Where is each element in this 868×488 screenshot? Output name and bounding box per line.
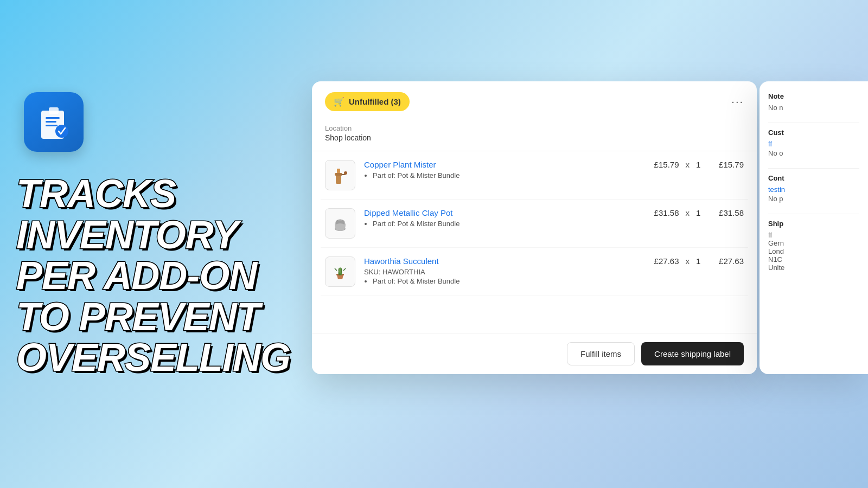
price-qty: 1 [696, 160, 707, 169]
price-total: £31.58 [713, 208, 744, 217]
notes-title: Note [768, 92, 859, 100]
svg-rect-4 [46, 125, 58, 126]
product-bundle: Part of: Pot & Mister Bundle [373, 220, 640, 228]
customer-title: Cust [768, 129, 859, 137]
svg-rect-10 [337, 169, 340, 173]
product-name[interactable]: Dipped Metallic Clay Pot [364, 208, 640, 217]
notes-value: No n [768, 104, 859, 112]
svg-rect-6 [336, 175, 341, 184]
fulfill-items-button[interactable]: Fulfill items [567, 342, 635, 365]
order-card: 🛒 Unfulfilled (3) ··· Location Shop loca… [312, 81, 757, 374]
badge-label: Unfulfilled (3) [349, 97, 401, 106]
product-pricing: £27.63 x 1 £27.63 [649, 256, 744, 266]
location-value: Shop location [325, 133, 744, 142]
svg-rect-2 [46, 117, 60, 119]
more-options-button[interactable]: ··· [731, 95, 744, 108]
contact-section: Cont testin No p [768, 174, 859, 203]
product-info: Copper Plant Mister Part of: Pot & Miste… [364, 160, 640, 179]
svg-line-16 [335, 268, 337, 271]
hero-text: TRACKS INVENTORY PER ADD-ON TO PREVENT O… [16, 174, 304, 378]
price-total: £15.79 [713, 160, 744, 169]
price-unit: £27.63 [649, 256, 679, 266]
price-unit: £31.58 [649, 208, 679, 217]
price-total: £27.63 [713, 256, 744, 266]
hero-line4: TO PREVENT [16, 295, 260, 338]
price-multiplier: x [686, 160, 690, 169]
svg-point-9 [344, 171, 347, 175]
contact-note: No p [768, 195, 859, 203]
panel-divider [768, 123, 859, 123]
hero-line1: TRACKS [16, 172, 176, 215]
price-multiplier: x [686, 256, 690, 266]
customer-link[interactable]: ff [768, 140, 859, 148]
product-bundle: Part of: Pot & Mister Bundle [373, 171, 640, 179]
location-section: Location Shop location [312, 122, 757, 151]
product-pricing: £31.58 x 1 £31.58 [649, 208, 744, 217]
price-multiplier: x [686, 208, 690, 217]
shipping-postal: N1C [768, 255, 859, 264]
shipping-region: Unite [768, 264, 859, 272]
price-qty: 1 [696, 208, 707, 217]
svg-point-15 [339, 267, 341, 274]
svg-rect-7 [335, 173, 342, 176]
shipping-city: Lond [768, 247, 859, 255]
shipping-section: Ship ff Gern Lond N1C Unite [768, 220, 859, 272]
price-qty: 1 [696, 256, 707, 266]
unfulfilled-badge: 🛒 Unfulfilled (3) [325, 92, 410, 111]
product-thumbnail [325, 208, 355, 239]
notes-section: Note No n [768, 92, 859, 112]
customer-section: Cust ff No o [768, 129, 859, 157]
customer-note: No o [768, 149, 859, 157]
panel-divider [768, 214, 859, 214]
svg-rect-1 [49, 107, 59, 114]
product-info: Haworthia Succulent SKU: HAWORTHIA Part … [364, 256, 640, 285]
location-label: Location [325, 124, 744, 132]
svg-line-17 [343, 268, 346, 271]
product-sku: SKU: HAWORTHIA [364, 268, 640, 276]
panel-divider [768, 168, 859, 169]
contact-title: Cont [768, 174, 859, 182]
product-item: Copper Plant Mister Part of: Pot & Miste… [321, 151, 748, 200]
price-unit: £15.79 [649, 160, 679, 169]
product-item: Haworthia Succulent SKU: HAWORTHIA Part … [321, 248, 748, 296]
product-thumbnail [325, 160, 355, 190]
hero-line2: INVENTORY [16, 213, 238, 256]
product-pricing: £15.79 x 1 £15.79 [649, 160, 744, 169]
product-item: Dipped Metallic Clay Pot Part of: Pot & … [321, 200, 748, 248]
badge-icon: 🛒 [334, 97, 344, 107]
hero-line3: PER ADD-ON [16, 254, 257, 297]
product-name[interactable]: Haworthia Succulent [364, 256, 640, 266]
create-shipping-label-button[interactable]: Create shipping label [641, 342, 744, 365]
product-thumbnail [325, 256, 355, 287]
product-info: Dipped Metallic Clay Pot Part of: Pot & … [364, 208, 640, 228]
hero-line5: OVERSELLING [16, 336, 290, 379]
shipping-name: ff [768, 231, 859, 239]
svg-point-5 [55, 125, 68, 138]
shipping-title: Ship [768, 220, 859, 228]
shipping-country: Gern [768, 239, 859, 247]
product-name[interactable]: Copper Plant Mister [364, 160, 640, 169]
app-icon [24, 92, 84, 152]
product-bundle: Part of: Pot & Mister Bundle [373, 277, 640, 285]
card-footer: Fulfill items Create shipping label [312, 333, 757, 374]
right-panel: Note No n Cust ff No o Cont testin No p … [760, 81, 868, 374]
product-list: Copper Plant Mister Part of: Pot & Miste… [312, 151, 757, 296]
svg-rect-3 [46, 121, 56, 123]
card-header: 🛒 Unfulfilled (3) ··· [312, 81, 757, 122]
contact-link[interactable]: testin [768, 185, 859, 194]
